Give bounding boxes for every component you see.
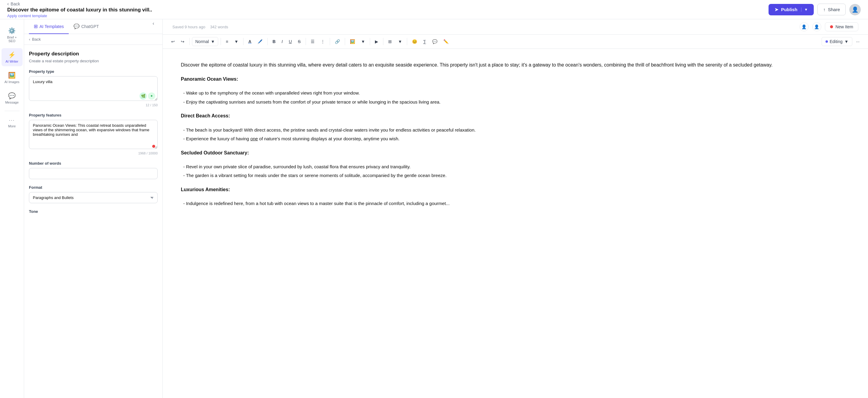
sidebar-item-more[interactable]: ··· More: [1, 115, 23, 131]
share-button[interactable]: ↑ Share: [817, 4, 846, 15]
more-icon: ···: [9, 118, 15, 123]
section-heading-4: Luxurious Amenities:: [181, 186, 850, 194]
new-item-dot: [830, 25, 833, 28]
share-icon: ↑: [823, 7, 826, 12]
property-features-char-count: 1968 / 10000: [29, 152, 158, 155]
style-select[interactable]: Normal ▼: [192, 37, 218, 46]
sidebar-item-ai-images-label: AI Images: [4, 80, 20, 84]
bullet-2-1: The beach is your backyard! With direct …: [181, 126, 850, 134]
bullet-3-1: Revel in your own private slice of parad…: [181, 163, 850, 171]
editing-mode-button[interactable]: Editing ▼: [822, 37, 852, 46]
table-button[interactable]: ⊞: [386, 37, 394, 46]
user-circle-icon-1[interactable]: 👤: [800, 22, 809, 31]
table-options-button[interactable]: ▼: [396, 37, 404, 46]
emoji-button[interactable]: 😊: [410, 37, 420, 46]
publish-label: Publish: [781, 7, 797, 12]
section-heading-1: Panoramic Ocean Views:: [181, 75, 850, 83]
toolbar-divider-2: [221, 38, 221, 45]
sidebar-divider: [4, 111, 20, 111]
property-type-label: Property type: [29, 69, 158, 74]
publish-arrow-icon: ➤: [775, 7, 778, 12]
property-type-input[interactable]: Luxury villa: [29, 76, 158, 101]
back-button[interactable]: ‹ Back: [7, 1, 20, 7]
number-of-words-input[interactable]: 200: [29, 168, 158, 179]
top-bar-left: ‹ Back Discover the epitome of coastal l…: [7, 1, 769, 18]
formula-button[interactable]: ∑: [421, 37, 429, 46]
format-select[interactable]: Paragraphs and Bullets Paragraphs Bullet…: [29, 192, 158, 203]
number-of-words-label: Number of words: [29, 161, 158, 166]
image-options-button[interactable]: ▼: [359, 37, 368, 46]
tab-ai-templates[interactable]: ⊞ AI Templates: [29, 19, 69, 34]
ai-templates-tab-icon: ⊞: [34, 24, 38, 29]
highlight-button[interactable]: 🖊️: [255, 37, 265, 46]
panel-section-subtitle: Create a real estate property descriptio…: [29, 59, 158, 63]
new-item-button[interactable]: New Item: [825, 22, 858, 31]
sidebar-item-message[interactable]: 💬 Message: [1, 89, 23, 107]
image-button[interactable]: 🖼️: [347, 37, 358, 46]
sidebar-item-brief-seo-label: Brief + SEO: [4, 36, 20, 43]
edit-icon-button[interactable]: ✏️: [441, 37, 451, 46]
panel-back-button[interactable]: ‹ Back: [24, 34, 162, 45]
format-select-wrapper: Paragraphs and Bullets Paragraphs Bullet…: [29, 192, 158, 203]
undo-button[interactable]: ↩: [169, 37, 177, 46]
property-features-input[interactable]: Panoramic Ocean Views: This coastal retr…: [29, 120, 158, 149]
underline-button[interactable]: U: [286, 37, 294, 46]
word-count: 342 words: [210, 25, 228, 29]
panel-collapse-button[interactable]: ‹: [149, 19, 158, 28]
style-select-label: Normal: [195, 39, 209, 44]
panel-back-arrow-icon: ‹: [29, 37, 30, 41]
strikethrough-button[interactable]: S: [296, 37, 303, 46]
redo-button[interactable]: ↪: [179, 37, 187, 46]
main-layout: ⚙️ Brief + SEO ⚡ AI Writer 🖼️ AI Images …: [0, 19, 868, 398]
link-button[interactable]: 🔗: [333, 37, 342, 46]
comment-button[interactable]: 💬: [430, 37, 440, 46]
style-select-chevron-icon: ▼: [211, 39, 215, 44]
property-type-ai-icons: 🌿 ✦: [140, 92, 155, 100]
number-of-words-field-group: Number of words 200: [29, 161, 158, 179]
editor-meta-bar: Saved 9 hours ago 342 words 👤 👤 New Item: [163, 19, 868, 35]
sidebar-item-brief-seo[interactable]: ⚙️ Brief + SEO: [1, 24, 23, 46]
sidebar-item-ai-writer-label: AI Writer: [5, 60, 19, 63]
panel-section-title: Property description: [29, 51, 158, 57]
section-heading-2: Direct Beach Access:: [181, 112, 850, 120]
toolbar-divider-4: [267, 38, 268, 45]
editor-meta-left: Saved 9 hours ago 342 words: [173, 25, 228, 29]
toolbar-divider-3: [243, 38, 244, 45]
editing-dot: [826, 40, 828, 43]
property-features-field-group: Property features Panoramic Ocean Views:…: [29, 113, 158, 155]
sidebar-item-ai-writer[interactable]: ⚡ AI Writer: [1, 48, 23, 66]
ai-badge-green[interactable]: 🌿: [140, 92, 147, 100]
editing-chevron-icon: ▼: [844, 39, 848, 44]
text-color-button[interactable]: A: [246, 37, 254, 46]
sidebar-item-ai-images[interactable]: 🖼️ AI Images: [1, 69, 23, 87]
avatar[interactable]: 👤: [849, 4, 861, 15]
play-button[interactable]: ▶: [373, 37, 381, 46]
section-heading-3: Secluded Outdoor Sanctuary:: [181, 149, 850, 157]
editor-area: Saved 9 hours ago 342 words 👤 👤 New Item…: [163, 19, 868, 398]
toolbar: ↩ ↪ Normal ▼ ≡ ▼ A 🖊️ B I U S ☰ ⋮ 🔗 🖼️: [163, 35, 868, 49]
user-circle-icon-2[interactable]: 👤: [812, 22, 821, 31]
toolbar-divider-8: [370, 38, 370, 45]
message-icon: 💬: [8, 92, 16, 99]
align-options-button[interactable]: ▼: [232, 37, 241, 46]
tab-chatgpt[interactable]: 💬 ChatGPT: [69, 19, 104, 34]
brief-seo-icon: ⚙️: [8, 27, 16, 34]
editor-content[interactable]: Discover the epitome of coastal luxury i…: [163, 49, 868, 398]
avatar-placeholder: 👤: [852, 6, 858, 13]
property-type-field-group: Property type Luxury villa 🌿 ✦ 12 / 150: [29, 69, 158, 107]
align-button[interactable]: ≡: [223, 37, 230, 46]
publish-button[interactable]: ➤ Publish ▼: [769, 4, 814, 15]
property-features-wrapper: Panoramic Ocean Views: This coastal retr…: [29, 120, 158, 150]
bullet-list-button[interactable]: ☰: [308, 37, 317, 46]
ai-badge-gpt[interactable]: ✦: [148, 92, 155, 100]
italic-button[interactable]: I: [279, 37, 285, 46]
bold-button[interactable]: B: [270, 37, 278, 46]
more-options-button[interactable]: ···: [854, 37, 862, 46]
ai-writer-icon: ⚡: [8, 51, 16, 58]
apply-template-link[interactable]: Apply content template: [7, 13, 769, 18]
ordered-list-button[interactable]: ⋮: [318, 37, 327, 46]
format-field-group: Format Paragraphs and Bullets Paragraphs…: [29, 185, 158, 203]
tone-label: Tone: [29, 209, 158, 214]
toolbar-divider-5: [306, 38, 306, 45]
top-bar: ‹ Back Discover the epitome of coastal l…: [0, 0, 868, 19]
